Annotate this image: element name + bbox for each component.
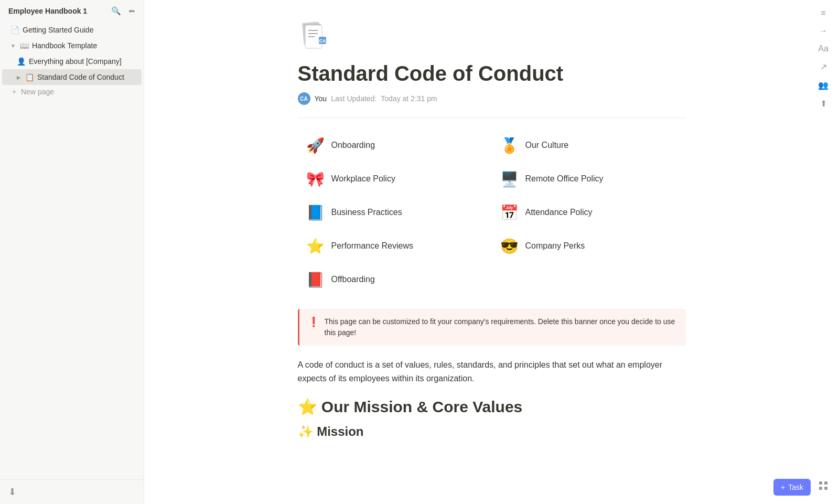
document-icon: 📄 bbox=[10, 26, 19, 34]
calendar-icon: 📅 bbox=[500, 203, 519, 222]
star-icon: ⭐ bbox=[306, 237, 325, 255]
card-company-perks[interactable]: 😎 Company Perks bbox=[492, 229, 686, 263]
card-onboarding[interactable]: 🚀 Onboarding bbox=[298, 128, 492, 162]
users-button[interactable]: 👥 bbox=[816, 78, 831, 92]
card-performance-reviews[interactable]: ⭐ Performance Reviews bbox=[298, 229, 492, 263]
sidebar-header: Employee Handbook 1 🔍 ⬅ bbox=[0, 0, 144, 20]
sidebar-footer: ⬇ bbox=[0, 479, 144, 504]
new-page-button[interactable]: ＋ New page bbox=[2, 85, 142, 99]
body-text: A code of conduct is a set of values, ru… bbox=[298, 358, 686, 385]
sidebar-nav: 📄 Getting Started Guide ▼ 📖 Handbook Tem… bbox=[0, 20, 144, 479]
sidebar-item-everything-about[interactable]: 👤 Everything about [Company] bbox=[2, 53, 142, 69]
card-business-practices[interactable]: 📘 Business Practices bbox=[298, 196, 492, 229]
card-remote-office-policy[interactable]: 🖥️ Remote Office Policy bbox=[492, 162, 686, 196]
avatar: CA bbox=[298, 92, 310, 105]
sunglasses-icon: 😎 bbox=[500, 237, 519, 255]
sidebar-settings-button[interactable]: ⬇ bbox=[8, 486, 16, 498]
share-button[interactable]: ↗ bbox=[818, 60, 829, 74]
page-title: Standard Code of Conduct bbox=[298, 61, 686, 86]
font-button[interactable]: Aa bbox=[816, 42, 831, 56]
page-meta: CA You Last Updated: Today at 2:31 pm bbox=[298, 92, 686, 105]
sidebar-item-label: Getting Started Guide bbox=[23, 26, 93, 34]
card-label: Business Practices bbox=[331, 208, 402, 217]
right-toolbar: ≡ → Aa ↗ 👥 ⬆ bbox=[816, 6, 831, 111]
grid-icon bbox=[818, 480, 829, 491]
svg-rect-9 bbox=[824, 481, 827, 485]
sidebar-item-standard-code[interactable]: ▶ 📋 Standard Code of Conduct bbox=[2, 69, 142, 85]
sidebar: Employee Handbook 1 🔍 ⬅ 📄 Getting Starte… bbox=[0, 0, 144, 504]
section-subtitle: ✨ Mission bbox=[298, 424, 686, 439]
main-area: ≡ → Aa ↗ 👥 ⬆ CA Standard Code of Conduct bbox=[144, 0, 839, 504]
card-attendance-policy[interactable]: 📅 Attendance Policy bbox=[492, 196, 686, 229]
card-label: Attendance Policy bbox=[525, 208, 593, 217]
grid-button[interactable] bbox=[816, 478, 831, 496]
toc-button[interactable]: ≡ bbox=[819, 6, 827, 20]
task-label: Task bbox=[788, 483, 803, 491]
card-label: Workplace Policy bbox=[331, 174, 395, 184]
book-icon: 📖 bbox=[20, 41, 29, 50]
card-label: Performance Reviews bbox=[331, 241, 414, 251]
card-label: Our Culture bbox=[525, 141, 569, 150]
person-icon: 👤 bbox=[17, 57, 26, 66]
divider bbox=[298, 117, 686, 118]
svg-rect-8 bbox=[819, 481, 822, 485]
svg-text:CA: CA bbox=[319, 38, 326, 44]
bottom-right: + Task bbox=[773, 478, 831, 496]
plus-icon: + bbox=[781, 483, 785, 491]
medal-icon: 🏅 bbox=[500, 136, 519, 155]
upload-button[interactable]: ⬆ bbox=[818, 96, 829, 111]
author-name: You bbox=[315, 94, 327, 103]
warning-icon: ❗ bbox=[308, 316, 319, 328]
book-blue-icon: 📘 bbox=[306, 203, 325, 222]
sidebar-item-handbook-template[interactable]: ▼ 📖 Handbook Template bbox=[2, 38, 142, 53]
document-icon: CA bbox=[298, 21, 329, 52]
monitor-icon: 🖥️ bbox=[500, 169, 519, 188]
section-title: ⭐ Our Mission & Core Values bbox=[298, 398, 686, 416]
sidebar-header-icons: 🔍 ⬅ bbox=[109, 5, 137, 17]
chevron-down-icon: ▼ bbox=[10, 43, 16, 49]
page-icon-container: CA bbox=[298, 21, 686, 55]
sidebar-item-label: Everything about [Company] bbox=[29, 57, 122, 66]
card-label: Remote Office Policy bbox=[525, 174, 604, 184]
card-offboarding[interactable]: 📕 Offboarding bbox=[298, 263, 492, 296]
content-area: CA Standard Code of Conduct CA You Last … bbox=[256, 0, 728, 504]
svg-rect-10 bbox=[819, 487, 822, 490]
ribbon-icon: 🎀 bbox=[306, 169, 325, 188]
plus-icon: ＋ bbox=[10, 87, 18, 96]
svg-rect-11 bbox=[824, 487, 827, 490]
last-updated-value: Today at 2:31 pm bbox=[381, 94, 437, 103]
search-button[interactable]: 🔍 bbox=[109, 5, 123, 17]
sidebar-title: Employee Handbook 1 bbox=[8, 7, 87, 15]
chevron-right-icon: ▶ bbox=[17, 74, 21, 80]
card-label: Offboarding bbox=[331, 275, 375, 284]
card-label: Onboarding bbox=[331, 141, 375, 150]
card-our-culture[interactable]: 🏅 Our Culture bbox=[492, 128, 686, 162]
document-icon: 📋 bbox=[25, 73, 34, 81]
task-button[interactable]: + Task bbox=[773, 479, 811, 496]
sidebar-item-label: Standard Code of Conduct bbox=[37, 73, 124, 81]
closed-book-icon: 📕 bbox=[306, 270, 325, 289]
last-updated-label: Last Updated: bbox=[331, 94, 377, 103]
new-page-label: New page bbox=[21, 88, 54, 96]
sidebar-item-label: Handbook Template bbox=[32, 41, 97, 50]
card-grid: 🚀 Onboarding 🏅 Our Culture 🎀 Workplace P… bbox=[298, 128, 686, 296]
sidebar-item-getting-started[interactable]: 📄 Getting Started Guide bbox=[2, 22, 142, 38]
card-label: Company Perks bbox=[525, 241, 585, 251]
rocket-icon: 🚀 bbox=[306, 136, 325, 155]
collapse-right-button[interactable]: → bbox=[817, 24, 830, 38]
info-banner: ❗ This page can be customized to fit you… bbox=[298, 309, 686, 346]
collapse-button[interactable]: ⬅ bbox=[126, 5, 137, 17]
banner-text: This page can be customized to fit your … bbox=[325, 316, 677, 338]
card-workplace-policy[interactable]: 🎀 Workplace Policy bbox=[298, 162, 492, 196]
